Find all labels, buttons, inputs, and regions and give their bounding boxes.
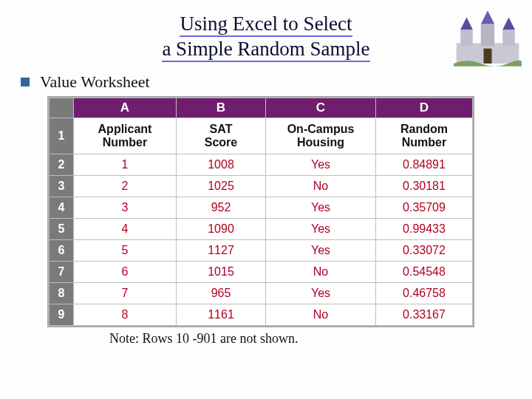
title-line-1: Using Excel to Select (180, 13, 352, 37)
cell: No (266, 176, 376, 197)
bullet-label: Value Worksheet (40, 72, 150, 92)
spreadsheet-table: A B C D 1 ApplicantNumber SATScore On-Ca… (49, 98, 473, 326)
cell: Yes (266, 240, 376, 262)
cell: 952 (177, 197, 266, 219)
cell: 1127 (177, 240, 266, 262)
cell: Yes (266, 283, 376, 304)
cell: 0.46758 (376, 283, 473, 304)
cell: 1 (74, 154, 177, 176)
col-letter: B (177, 98, 266, 118)
col-letter: C (266, 98, 376, 118)
cell: 8 (74, 304, 177, 326)
cell: 0.84891 (376, 154, 473, 176)
svg-rect-3 (481, 24, 494, 46)
row-number: 6 (50, 240, 74, 262)
table-row: 6 5 1127 Yes 0.33072 (50, 240, 473, 262)
bullet-item: Value Worksheet (21, 72, 150, 92)
row-number: 9 (50, 304, 74, 326)
svg-marker-6 (481, 10, 494, 24)
cell: 6 (74, 262, 177, 283)
table-row: 4 3 952 Yes 0.35709 (50, 197, 473, 219)
table-row: 9 8 1161 No 0.33167 (50, 304, 473, 326)
square-bullet-icon (21, 78, 30, 86)
field-header: On-CampusHousing (266, 118, 376, 154)
corner-cell (50, 98, 74, 118)
col-letter: D (376, 98, 473, 118)
cell: No (266, 262, 376, 283)
cell: 965 (177, 283, 266, 304)
row-number: 1 (50, 118, 74, 154)
col-letter: A (74, 98, 177, 118)
row-number: 2 (50, 154, 74, 176)
svg-marker-5 (502, 17, 515, 30)
cell: 1015 (177, 262, 266, 283)
cell: 0.54548 (376, 262, 473, 283)
cell: No (266, 304, 376, 326)
cell: 0.99433 (376, 219, 473, 240)
cell: 5 (74, 240, 177, 262)
cell: 0.33167 (376, 304, 473, 326)
cell: 0.35709 (376, 197, 473, 219)
field-header: SATScore (177, 118, 266, 154)
note-text: Note: Rows 10 -901 are not shown. (109, 331, 298, 347)
field-header: RandomNumber (376, 118, 473, 154)
slide-title: Using Excel to Select a Simple Random Sa… (0, 0, 532, 62)
cell: 2 (74, 176, 177, 197)
cell: 1090 (177, 219, 266, 240)
table-row: 8 7 965 Yes 0.46758 (50, 283, 473, 304)
svg-rect-1 (460, 30, 473, 46)
row-number: 8 (50, 283, 74, 304)
table-row: 3 2 1025 No 0.30181 (50, 176, 473, 197)
spreadsheet: A B C D 1 ApplicantNumber SATScore On-Ca… (47, 96, 474, 327)
cell: Yes (266, 197, 376, 219)
row-number: 3 (50, 176, 74, 197)
column-letter-row: A B C D (50, 98, 473, 118)
castle-icon (454, 9, 522, 66)
svg-rect-2 (502, 30, 515, 46)
cell: 7 (74, 283, 177, 304)
cell: 1161 (177, 304, 266, 326)
cell: 4 (74, 219, 177, 240)
table-row: 7 6 1015 No 0.54548 (50, 262, 473, 283)
cell: 0.30181 (376, 176, 473, 197)
row-number: 5 (50, 219, 74, 240)
cell: 1008 (177, 154, 266, 176)
table-row: 2 1 1008 Yes 0.84891 (50, 154, 473, 176)
field-header-row: 1 ApplicantNumber SATScore On-CampusHous… (50, 118, 473, 154)
row-number: 4 (50, 197, 74, 219)
cell: Yes (266, 154, 376, 176)
svg-rect-7 (483, 49, 491, 64)
table-row: 5 4 1090 Yes 0.99433 (50, 219, 473, 240)
cell: Yes (266, 219, 376, 240)
row-number: 7 (50, 262, 74, 283)
cell: 1025 (177, 176, 266, 197)
cell: 0.33072 (376, 240, 473, 262)
svg-marker-4 (460, 17, 473, 30)
title-line-2: a Simple Random Sample (162, 38, 369, 62)
cell: 3 (74, 197, 177, 219)
field-header: ApplicantNumber (74, 118, 177, 154)
